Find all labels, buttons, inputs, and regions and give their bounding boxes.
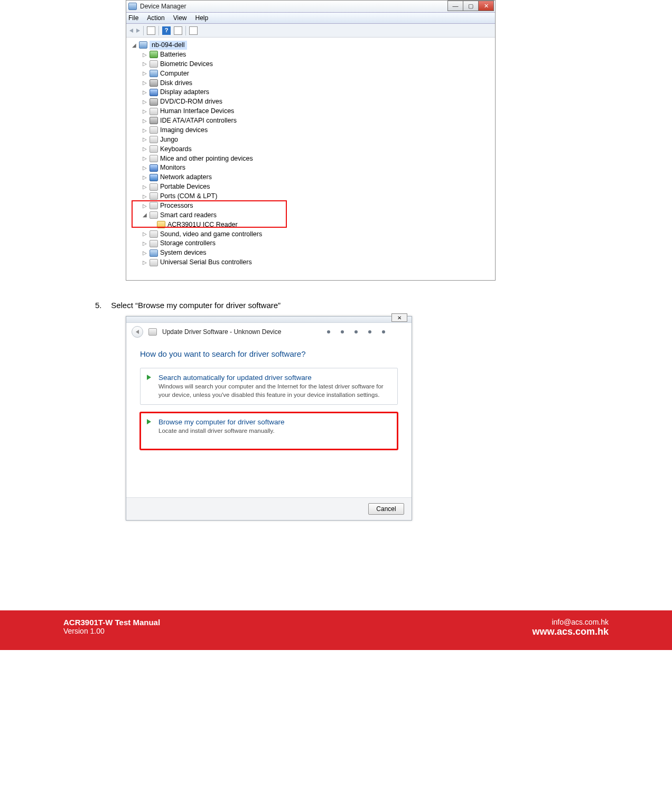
processor-icon [150, 202, 158, 209]
expander-icon[interactable]: ▷ [142, 249, 147, 257]
smartcard-icon [150, 211, 158, 219]
generic-icon [150, 192, 158, 200]
tree-node[interactable]: ▷Portable Devices [142, 182, 492, 192]
device-manager-window: Device Manager — ▢ ✕ File Action View He… [126, 0, 496, 281]
tree-node[interactable]: ▷Disk drives [142, 79, 492, 88]
tree-root[interactable]: ◢ nb-094-dell [132, 41, 492, 50]
close-button[interactable]: ✕ [478, 1, 494, 11]
arrow-left-icon [136, 330, 139, 334]
tree-node[interactable]: ▷IDE ATA/ATAPI controllers [142, 116, 492, 126]
expander-icon[interactable]: ▷ [142, 174, 147, 181]
tree-node[interactable]: ▷Human Interface Devices [142, 107, 492, 116]
toolbar-separator [143, 26, 144, 35]
generic-icon [150, 108, 158, 115]
generic-icon [150, 230, 158, 238]
tree-node[interactable]: ▷Universal Serial Bus controllers [142, 258, 492, 267]
disk-icon [150, 117, 158, 124]
dialog-title: Update Driver Software - Unknown Device [162, 328, 281, 336]
device-icon [148, 328, 157, 336]
display-icon [150, 89, 158, 96]
devmgr-titlebar: Device Manager — ▢ ✕ [126, 1, 495, 12]
expander-icon[interactable]: ▷ [142, 202, 147, 210]
tree-node[interactable]: ▷Network adapters [142, 173, 492, 182]
tree-node[interactable]: ▷Batteries [142, 50, 492, 60]
expander-icon[interactable]: ▷ [142, 193, 147, 200]
tree-node[interactable]: ▷Sound, video and game controllers [142, 230, 492, 239]
dialog-close-button[interactable]: ✕ [391, 313, 407, 322]
expander-icon[interactable]: ▷ [142, 259, 147, 266]
node-label: Sound, video and game controllers [160, 230, 262, 239]
tree-node[interactable]: ▷Computer [142, 69, 492, 79]
expander-icon[interactable]: ▷ [142, 230, 147, 238]
expander-icon[interactable]: ▷ [142, 183, 147, 191]
minimize-button[interactable]: — [447, 1, 463, 11]
node-label: IDE ATA/ATAPI controllers [160, 116, 237, 125]
toolbar-extra-icon[interactable] [189, 26, 198, 35]
expander-icon[interactable]: ▷ [142, 164, 147, 172]
expander-icon[interactable]: ▷ [142, 240, 147, 247]
node-label: Processors [160, 201, 193, 210]
node-label: Mice and other pointing devices [160, 154, 253, 163]
expander-icon[interactable]: ◢ [132, 42, 137, 49]
expander-icon[interactable]: ▷ [142, 155, 147, 162]
expander-icon[interactable]: ▷ [142, 117, 147, 125]
devmgr-title: Device Manager [140, 3, 186, 10]
menu-file[interactable]: File [128, 14, 138, 22]
tree-node-reader[interactable]: ACR3901U ICC Reader [142, 220, 492, 230]
node-label: Computer [160, 69, 189, 78]
tree-node[interactable]: ▷Imaging devices [142, 126, 492, 135]
help-icon[interactable]: ? [162, 26, 171, 35]
tree-node[interactable]: ▷Biometric Devices [142, 60, 492, 69]
expander-icon[interactable]: ▷ [142, 60, 147, 68]
tree-node[interactable]: ▷Ports (COM & LPT) [142, 192, 492, 201]
expander-icon[interactable]: ▷ [142, 89, 147, 96]
option-browse[interactable]: Browse my computer for driver software L… [140, 412, 398, 450]
expander-icon[interactable]: ▷ [142, 108, 147, 115]
tree-node-smartcard[interactable]: ◢ Smart card readers [142, 211, 492, 220]
tree-node[interactable]: ▷Jungo [142, 135, 492, 145]
nav-forward-icon[interactable] [136, 29, 140, 33]
expander-icon[interactable]: ▷ [142, 79, 147, 87]
toolbar-scan-icon[interactable] [174, 26, 182, 35]
tree-node[interactable]: ▷Storage controllers [142, 239, 492, 248]
expander-icon[interactable]: ▷ [142, 136, 147, 143]
node-label: Network adapters [160, 173, 212, 182]
document-footer: ACR3901T-W Test Manual Version 1.00 info… [0, 610, 672, 650]
option-search-auto[interactable]: Search automatically for updated driver … [140, 368, 398, 405]
expander-icon[interactable]: ▷ [142, 127, 147, 134]
computer-icon [150, 70, 158, 77]
devmgr-tree: ◢ nb-094-dell ▷Batteries▷Biometric Devic… [126, 38, 495, 280]
cancel-button[interactable]: Cancel [368, 503, 404, 515]
expander-icon[interactable]: ▷ [142, 51, 147, 59]
step-instruction: 5. Select “Browse my computer for driver… [95, 301, 672, 310]
step-number: 5. [95, 301, 109, 310]
expander-icon[interactable]: ◢ [142, 211, 147, 219]
tree-node[interactable]: ▷Display adapters [142, 88, 492, 97]
tree-node[interactable]: ▷Monitors [142, 163, 492, 173]
menu-help[interactable]: Help [195, 14, 209, 22]
tree-node-processors[interactable]: ▷ Processors [142, 201, 492, 211]
node-label: Disk drives [160, 79, 192, 88]
network-icon [150, 174, 158, 181]
generic-icon [150, 126, 158, 134]
footer-version: Version 1.00 [63, 627, 160, 635]
dialog-header: Update Driver Software - Unknown Device [126, 323, 412, 338]
disk-icon [150, 79, 158, 87]
tree-node[interactable]: ▷Keyboards [142, 145, 492, 154]
menu-view[interactable]: View [173, 14, 187, 22]
expander-icon[interactable]: ▷ [142, 145, 147, 153]
toolbar-separator [158, 26, 159, 35]
tree-node[interactable]: ▷Mice and other pointing devices [142, 154, 492, 164]
node-label: Display adapters [160, 88, 209, 97]
maximize-button[interactable]: ▢ [463, 1, 479, 11]
back-button[interactable] [132, 326, 143, 338]
generic-icon [150, 183, 158, 191]
tree-node[interactable]: ▷System devices [142, 248, 492, 258]
dialog-question: How do you want to search for driver sof… [140, 349, 398, 358]
expander-icon[interactable]: ▷ [142, 98, 147, 106]
menu-action[interactable]: Action [147, 14, 164, 22]
tree-node[interactable]: ▷DVD/CD-ROM drives [142, 97, 492, 107]
expander-icon[interactable]: ▷ [142, 70, 147, 77]
toolbar-properties-icon[interactable] [147, 26, 155, 35]
nav-back-icon[interactable] [129, 29, 133, 33]
